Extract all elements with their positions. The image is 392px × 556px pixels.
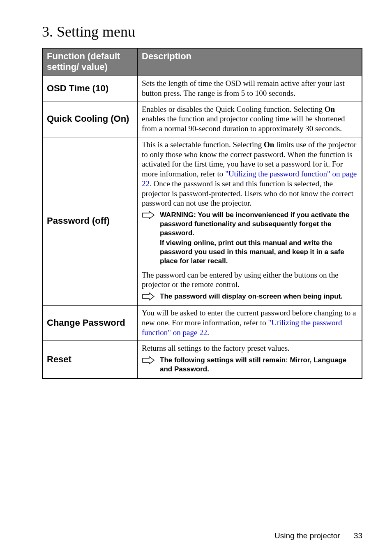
pointing-hand-icon <box>142 292 157 301</box>
description-quick-cooling: Enables or disables the Quick Cooling fu… <box>138 102 362 137</box>
text-fragment: . <box>207 328 209 337</box>
info-note: The password will display on-screen when… <box>142 292 357 301</box>
description-osd-time: Sets the length of time the OSD will rem… <box>138 76 362 102</box>
note-text: The following settings will still remain… <box>160 356 357 374</box>
table-row: Reset Returns all settings to the factor… <box>42 341 362 378</box>
note-text: If viewing online, print out this manual… <box>160 239 357 266</box>
text-fragment: This is a selectable function. Selecting <box>142 140 264 149</box>
note-text: The password will display on-screen when… <box>160 292 357 301</box>
settings-table: Function (default setting/ value) Descri… <box>42 48 362 379</box>
page-number: 33 <box>354 531 362 540</box>
text-paragraph: Returns all settings to the factory pres… <box>142 343 357 353</box>
function-password: Password (off) <box>42 137 138 305</box>
page-footer: Using the projector 33 <box>274 531 362 540</box>
section-title: 3. Setting menu <box>42 23 362 40</box>
pointing-hand-icon <box>142 356 157 365</box>
footer-section-label: Using the projector <box>274 531 340 540</box>
bold-on: On <box>264 140 274 149</box>
table-row: OSD Time (10) Sets the length of time th… <box>42 76 362 102</box>
table-row: Password (off) This is a selectable func… <box>42 137 362 305</box>
info-note: The following settings will still remain… <box>142 356 357 374</box>
text-paragraph: The password can be entered by using eit… <box>142 270 357 290</box>
warning-note: WARNING: You will be inconvenienced if y… <box>142 211 357 238</box>
function-reset: Reset <box>42 341 138 378</box>
column-header-description: Description <box>138 48 362 76</box>
table-row: Change Password You will be asked to ent… <box>42 306 362 341</box>
column-header-function: Function (default setting/ value) <box>42 48 138 76</box>
note-text: WARNING: You will be inconvenienced if y… <box>160 211 357 238</box>
pointing-hand-icon <box>142 211 157 220</box>
description-reset: Returns all settings to the factory pres… <box>138 341 362 378</box>
text-fragment: . Once the password is set and this func… <box>142 179 353 208</box>
function-osd-time: OSD Time (10) <box>42 76 138 102</box>
bold-on: On <box>325 105 335 114</box>
description-change-password: You will be asked to enter the current p… <box>138 306 362 341</box>
function-quick-cooling: Quick Cooling (On) <box>42 102 138 137</box>
table-row: Quick Cooling (On) Enables or disables t… <box>42 102 362 137</box>
text-fragment: enables the function and projector cooli… <box>142 114 345 133</box>
function-change-password: Change Password <box>42 306 138 341</box>
text-fragment: Enables or disables the Quick Cooling fu… <box>142 105 325 114</box>
description-password: This is a selectable function. Selecting… <box>138 137 362 305</box>
